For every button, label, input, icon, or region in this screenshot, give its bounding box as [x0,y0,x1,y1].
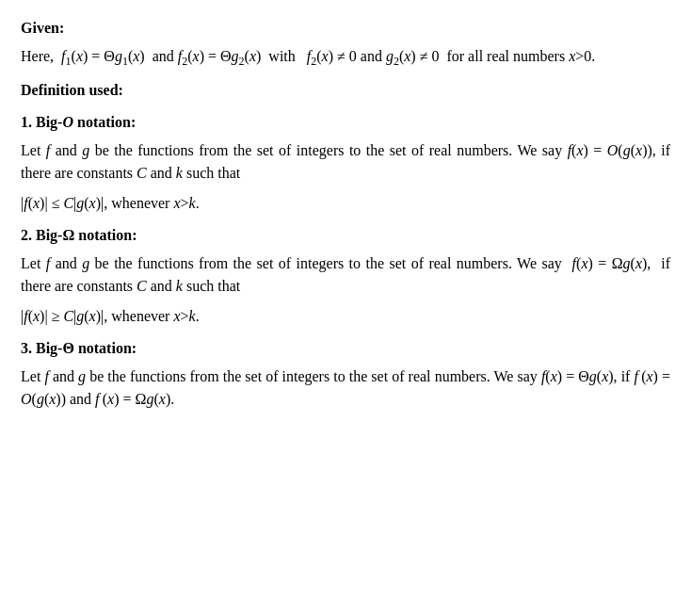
given-paragraph: Here, f1(x) = Θg1(x) and f2(x) = Θg2(x) … [21,45,670,70]
def2-formula: |f(x)| ≥ C|g(x)|, whenever x>k. [21,305,670,328]
definition-heading: Definition used: [21,79,670,102]
def3-paragraph: Let f and g be the functions from the se… [21,365,670,411]
given-heading: Given: [21,17,670,40]
def1-paragraph: Let f and g be the functions from the se… [21,139,670,185]
def2-paragraph: Let f and g be the functions from the se… [21,252,670,298]
def3-heading: 3. Big-Θ notation: [21,337,670,360]
def1-heading: 1. Big-O notation: [21,111,670,134]
def1-formula: |f(x)| ≤ C|g(x)|, whenever x>k. [21,192,670,215]
def2-heading: 2. Big-Ω notation: [21,224,670,247]
